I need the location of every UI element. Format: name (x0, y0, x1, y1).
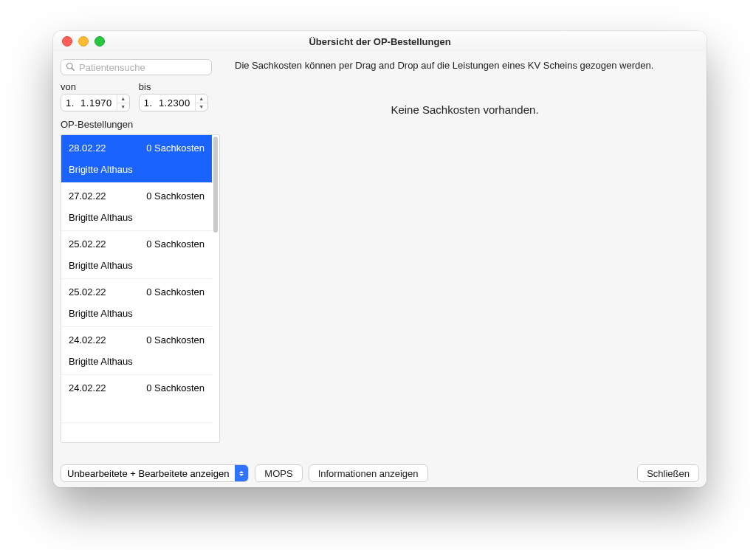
from-date-up[interactable]: ▲ (117, 94, 129, 103)
close-window-button[interactable] (62, 36, 72, 47)
orders-list: 28.02.220 SachkostenBrigitte Althaus27.0… (61, 134, 220, 443)
titlebar: Übersicht der OP-Bestellungen (53, 31, 707, 52)
patient-search[interactable] (61, 59, 212, 75)
mops-button[interactable]: MOPS (255, 464, 302, 482)
order-cost: 0 Sachkosten (146, 334, 205, 346)
order-patient: Brigitte Althaus (69, 308, 205, 319)
order-patient: Brigitte Althaus (69, 260, 205, 271)
from-date-value[interactable]: 1. 1.1970 (61, 97, 117, 109)
drag-drop-hint: Die Sachkosten können per Drag and Drop … (235, 59, 695, 72)
bottom-bar: Unbearbeitete + Bearbeitete anzeigen MOP… (53, 459, 707, 487)
order-date: 27.02.22 (69, 190, 106, 202)
filter-select-value: Unbearbeitete + Bearbeitete anzeigen (61, 468, 235, 479)
order-cost: 0 Sachkosten (146, 142, 205, 154)
order-row[interactable]: 25.02.220 SachkostenBrigitte Althaus (61, 279, 212, 327)
svg-line-1 (72, 68, 74, 70)
no-costs-message: Keine Sachkosten vorhanden. (235, 103, 695, 116)
show-info-button[interactable]: Informationen anzeigen (309, 464, 428, 482)
order-row[interactable]: 24.02.220 SachkostenBrigitte Althaus (61, 375, 212, 423)
window-title: Übersicht der OP-Bestellungen (53, 36, 707, 47)
order-cost: 0 Sachkosten (146, 238, 205, 250)
to-label: bis (139, 81, 208, 92)
order-row[interactable]: 24.02.220 SachkostenBrigitte Althaus (61, 327, 212, 375)
order-patient: Brigitte Althaus (69, 164, 205, 175)
order-date: 24.02.22 (69, 382, 106, 393)
order-row[interactable]: 28.02.220 SachkostenBrigitte Althaus (61, 135, 212, 183)
traffic-lights (62, 36, 105, 47)
orders-scrollbar[interactable] (213, 137, 218, 233)
from-date-down[interactable]: ▼ (117, 103, 129, 111)
to-date-value[interactable]: 1. 1.2300 (140, 97, 195, 109)
order-cost: 0 Sachkosten (146, 286, 205, 298)
order-patient: Brigitte Althaus (69, 356, 205, 367)
orders-list-label: OP-Bestellungen (61, 119, 226, 130)
right-pane: Die Sachkosten können per Drag and Drop … (226, 52, 707, 459)
order-cost: 0 Sachkosten (146, 190, 205, 202)
order-patient: Brigitte Althaus (69, 212, 205, 223)
order-row[interactable]: 27.02.220 SachkostenBrigitte Althaus (61, 183, 212, 231)
from-label: von (61, 81, 130, 92)
minimize-window-button[interactable] (78, 36, 89, 47)
to-date-up[interactable]: ▲ (196, 94, 207, 103)
from-date-stepper[interactable]: 1. 1.1970 ▲ ▼ (61, 94, 130, 111)
order-date: 25.02.22 (69, 238, 106, 250)
order-cost: 0 Sachkosten (146, 382, 205, 393)
search-icon (66, 62, 78, 73)
window: Übersicht der OP-Bestellungen von 1. 1.1… (53, 31, 707, 487)
close-button[interactable]: Schließen (637, 464, 699, 482)
dropdown-arrows-icon (235, 465, 248, 481)
to-date-stepper[interactable]: 1. 1.2300 ▲ ▼ (139, 94, 208, 111)
filter-select[interactable]: Unbearbeitete + Bearbeitete anzeigen (61, 464, 249, 482)
order-date: 25.02.22 (69, 286, 106, 298)
zoom-window-button[interactable] (94, 36, 105, 47)
order-row[interactable]: 25.02.220 SachkostenBrigitte Althaus (61, 231, 212, 279)
order-date: 24.02.22 (69, 334, 106, 346)
to-date-down[interactable]: ▼ (196, 103, 207, 111)
sidebar: von 1. 1.1970 ▲ ▼ bis 1. 1.2300 (53, 52, 226, 459)
content: von 1. 1.1970 ▲ ▼ bis 1. 1.2300 (53, 52, 707, 487)
order-date: 28.02.22 (69, 142, 106, 154)
patient-search-input[interactable] (78, 61, 207, 74)
